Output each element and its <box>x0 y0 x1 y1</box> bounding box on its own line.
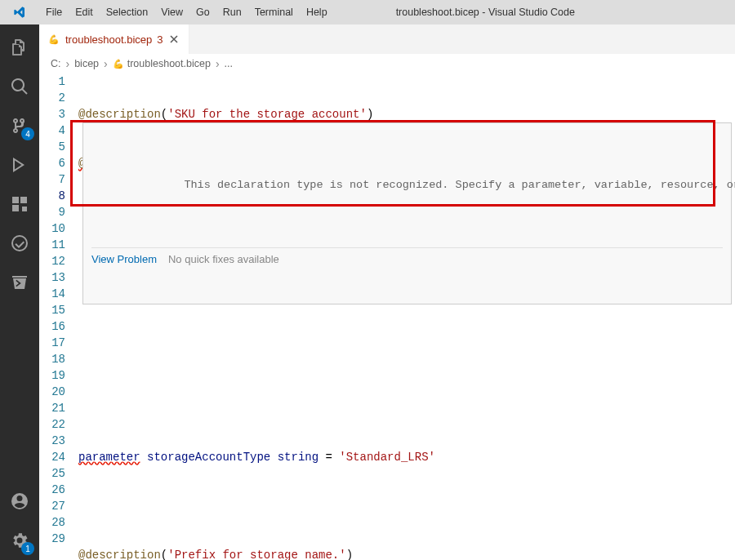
account-icon <box>10 491 29 511</box>
files-icon <box>10 38 29 57</box>
search-icon <box>10 77 29 96</box>
breadcrumb-seg-file[interactable]: troubleshoot.bicep <box>127 58 211 69</box>
menu-run[interactable]: Run <box>216 0 248 24</box>
window-title: troubleshoot.bicep - Visual Studio Code <box>334 7 637 18</box>
breadcrumbs[interactable]: C: › bicep › 💪 troubleshoot.bicep › ... <box>39 54 735 73</box>
menu-help[interactable]: Help <box>300 0 334 24</box>
activity-powershell[interactable] <box>0 263 39 302</box>
activity-search[interactable] <box>0 67 39 106</box>
app-root: File Edit Selection View Go Run Terminal… <box>0 0 735 560</box>
vscode-logo <box>0 6 39 19</box>
code-content[interactable]: @description('SKU for the storage accoun… <box>78 73 735 560</box>
chevron-right-icon: › <box>216 57 220 70</box>
tab-problem-count: 3 <box>157 33 163 46</box>
menu-go[interactable]: Go <box>189 0 216 24</box>
activity-accounts[interactable] <box>0 482 39 521</box>
source-control-badge: 4 <box>21 127 34 140</box>
code-editor[interactable]: 1 2 3 4 5 6 7 8 9 10 11 12 13 14 15 16 1 <box>39 73 735 560</box>
activitybar: 4 1 <box>0 24 39 560</box>
activity-settings[interactable]: 1 <box>0 521 39 560</box>
bicep-file-icon: 💪 <box>113 58 124 69</box>
menu-edit[interactable]: Edit <box>69 0 100 24</box>
breadcrumb-root[interactable]: C: <box>51 58 61 69</box>
tab-label: troubleshoot.bicep <box>65 33 152 46</box>
activity-explorer[interactable] <box>0 28 39 67</box>
menu-view[interactable]: View <box>154 0 189 24</box>
body: 4 1 <box>0 24 735 560</box>
editor-area: 💪 troubleshoot.bicep 3 C: › bicep › 💪 tr… <box>39 24 735 560</box>
tab-troubleshoot-bicep[interactable]: 💪 troubleshoot.bicep 3 <box>39 24 189 54</box>
vscode-icon <box>13 6 26 19</box>
problem-message: This declaration type is not recognized.… <box>91 161 723 210</box>
no-quick-fix-label: No quick fixes available <box>168 251 279 268</box>
problem-hover: This declaration type is not recognized.… <box>82 122 732 304</box>
menu-file[interactable]: File <box>39 0 69 24</box>
extensions-icon <box>10 194 29 214</box>
breadcrumb-more[interactable]: ... <box>225 58 233 69</box>
activity-run-debug[interactable] <box>0 145 39 184</box>
tabbar: 💪 troubleshoot.bicep 3 <box>39 24 735 54</box>
chevron-right-icon: › <box>66 57 70 70</box>
tab-close-button[interactable] <box>167 33 180 46</box>
menubar: File Edit Selection View Go Run Terminal… <box>0 0 735 24</box>
chevron-right-icon: › <box>104 57 108 70</box>
line-number-gutter: 1 2 3 4 5 6 7 8 9 10 11 12 13 14 15 16 1 <box>39 73 78 560</box>
terminal-icon <box>10 273 29 292</box>
activity-testing[interactable] <box>0 224 39 263</box>
breadcrumb-seg-bicep[interactable]: bicep <box>74 58 99 69</box>
activity-extensions[interactable] <box>0 184 39 224</box>
beaker-check-icon <box>10 233 29 253</box>
play-bug-icon <box>10 155 29 175</box>
close-icon <box>169 34 179 44</box>
activity-source-control[interactable]: 4 <box>0 106 39 145</box>
menu-terminal[interactable]: Terminal <box>248 0 300 24</box>
settings-badge: 1 <box>21 542 34 555</box>
menu-selection[interactable]: Selection <box>100 0 154 24</box>
bicep-file-icon: 💪 <box>47 33 60 46</box>
view-problem-link[interactable]: View Problem <box>91 251 157 268</box>
